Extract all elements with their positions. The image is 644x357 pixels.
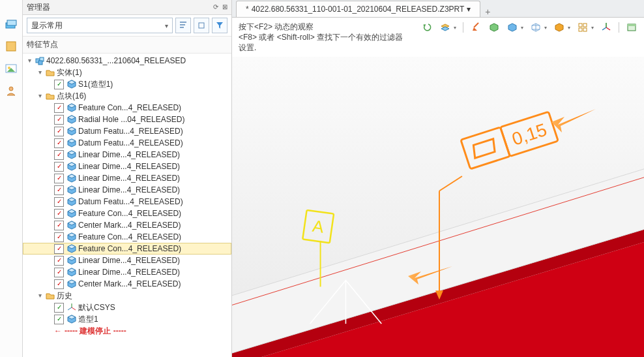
document-tab[interactable]: * 4022.680.56331_110-001-01_20210604_REL…: [236, 1, 480, 17]
checkbox[interactable]: ✓: [54, 80, 64, 89]
model-canvas[interactable]: A 0,15: [232, 57, 644, 357]
svg-line-11: [72, 307, 76, 310]
display-filter-dropdown[interactable]: 显示常用 ▾: [27, 18, 173, 33]
tree-point-item[interactable]: ✓Feature Con...4_RELEASED): [23, 243, 231, 255]
tool-layers-icon[interactable]: [439, 22, 451, 33]
tree-point-item[interactable]: ✓Linear Dime...4_RELEASED): [23, 255, 231, 266]
svg-rect-16: [579, 28, 582, 31]
tree-point-item[interactable]: ✓Datum Featu...4_RELEASED): [23, 125, 231, 137]
svg-rect-9: [38, 61, 42, 65]
tool-undo-icon[interactable]: [421, 22, 433, 33]
add-tab-button[interactable]: +: [480, 7, 495, 17]
tree-point-item[interactable]: ✓Feature Con...4_RELEASED): [23, 231, 231, 243]
expand-toggle[interactable]: ▾: [25, 55, 33, 67]
tree-point-item[interactable]: ✓Datum Featu...4_RELEASED): [23, 137, 231, 149]
svg-point-5: [9, 87, 13, 91]
rail-image-icon[interactable]: [4, 61, 18, 76]
tree-header: 特征节点: [23, 37, 231, 54]
datum-letter: A: [312, 217, 326, 236]
filter-action-2[interactable]: [194, 18, 209, 33]
tab-filename: 4022.680.56331_110-001-01_20210604_RELEA…: [252, 5, 465, 14]
tree-history-item[interactable]: ✓造型1: [23, 313, 231, 325]
checkbox[interactable]: ✓: [54, 279, 64, 289]
checkbox[interactable]: ✓: [54, 268, 64, 277]
checkbox[interactable]: ✓: [54, 150, 64, 160]
tool-views-icon[interactable]: [577, 22, 589, 33]
tool-cube-green-icon[interactable]: [488, 22, 500, 33]
panel-collapse-icon[interactable]: ⟳: [213, 0, 218, 14]
hint-text: 按下<F2> 动态的观察 <F8> 或者 <Shift-roll> 查找下一个有…: [232, 18, 415, 57]
svg-rect-15: [583, 23, 587, 27]
checkbox[interactable]: ✓: [54, 103, 64, 113]
checkbox[interactable]: ✓: [54, 221, 64, 230]
tree-solid-item[interactable]: ✓S1(造型1): [23, 78, 231, 90]
tool-axis-icon[interactable]: [600, 22, 612, 33]
tab-menu-icon[interactable]: ▾: [467, 5, 471, 14]
panel-close-icon[interactable]: ⊠: [222, 0, 227, 14]
tree-point-item[interactable]: ✓Linear Dime...4_RELEASED): [23, 172, 231, 184]
svg-rect-2: [7, 42, 16, 51]
view-toolbar: ▾ ▾ ▾ ▾ ▾: [415, 18, 644, 37]
tree-point-item[interactable]: ✓Center Mark...4_RELEASED): [23, 219, 231, 231]
tree-points[interactable]: ▾点块(16): [23, 90, 231, 102]
rail-part-icon[interactable]: [4, 17, 18, 31]
tree-model-stop[interactable]: ←----- 建模停止 -----: [23, 325, 231, 337]
pointer-arrow-canvas: [551, 109, 596, 132]
pointer-arrow-tree: [408, 266, 452, 285]
svg-line-19: [606, 27, 610, 30]
tree-point-item[interactable]: ✓Center Mark...4_RELEASED): [23, 278, 231, 290]
feature-tree[interactable]: ▾4022.680.56331_...210604_RELEASED▾实体(1)…: [23, 54, 231, 357]
checkbox[interactable]: ✓: [54, 315, 64, 324]
checkbox[interactable]: ✓: [54, 244, 64, 254]
tool-wire-cube-icon[interactable]: [530, 22, 542, 33]
tool-pencil-icon[interactable]: [470, 22, 482, 33]
tree-history-item[interactable]: ✓默认CSYS: [23, 302, 231, 313]
svg-rect-17: [583, 28, 587, 31]
svg-rect-22: [628, 24, 636, 26]
expand-toggle[interactable]: ▾: [36, 290, 44, 302]
svg-line-13: [474, 23, 478, 27]
chevron-down-icon: ▾: [165, 22, 168, 29]
svg-line-20: [602, 27, 606, 30]
expand-toggle[interactable]: ▾: [36, 90, 44, 102]
tree-history[interactable]: ▾历史: [23, 290, 231, 302]
rail-box-icon[interactable]: [4, 39, 18, 54]
tree-root-label: 4022.680.56331_...210604_RELEASED: [46, 55, 190, 67]
tool-cube-orange-icon[interactable]: [553, 22, 565, 33]
checkbox[interactable]: ✓: [54, 185, 64, 195]
tab-dirty-indicator: *: [246, 5, 249, 14]
checkbox[interactable]: ✓: [54, 174, 64, 183]
checkbox[interactable]: ✓: [54, 197, 64, 207]
checkbox[interactable]: ✓: [54, 232, 64, 242]
svg-rect-14: [579, 23, 582, 27]
checkbox[interactable]: ✓: [54, 256, 64, 266]
tree-point-item[interactable]: ✓Feature Con...4_RELEASED): [23, 102, 231, 114]
checkbox[interactable]: ✓: [54, 115, 64, 125]
tree-solids[interactable]: ▾实体(1): [23, 67, 231, 78]
filter-funnel-icon[interactable]: [212, 18, 227, 33]
panel-title-bar: 管理器 ⟳ ⊠: [23, 0, 231, 15]
tree-point-item[interactable]: ✓Linear Dime...4_RELEASED): [23, 149, 231, 161]
checkbox[interactable]: ✓: [54, 303, 64, 313]
checkbox[interactable]: ✓: [54, 138, 64, 148]
tree-point-item[interactable]: ✓Linear Dime...4_RELEASED): [23, 266, 231, 278]
expand-toggle[interactable]: ▾: [36, 67, 44, 78]
checkbox[interactable]: ✓: [54, 162, 64, 172]
panel-title-text: 管理器: [27, 0, 50, 14]
display-filter-value: 显示常用: [31, 20, 63, 31]
tree-point-item[interactable]: ✓Linear Dime...4_RELEASED): [23, 184, 231, 196]
checkbox[interactable]: ✓: [54, 209, 64, 219]
svg-rect-6: [199, 23, 204, 28]
rail-user-icon[interactable]: [4, 84, 18, 98]
tree-point-item[interactable]: ✓Datum Featu...4_RELEASED): [23, 196, 231, 208]
checkbox[interactable]: ✓: [54, 127, 64, 136]
tree-root[interactable]: ▾4022.680.56331_...210604_RELEASED: [23, 55, 231, 67]
svg-point-4: [8, 67, 10, 69]
tree-point-item[interactable]: ✓Feature Con...4_RELEASED): [23, 208, 231, 219]
tree-point-item[interactable]: ✓Radial Hole ...04_RELEASED): [23, 114, 231, 125]
tree-point-item[interactable]: ✓Linear Dime...4_RELEASED): [23, 161, 231, 172]
filter-action-1[interactable]: [175, 18, 191, 33]
tool-window-icon[interactable]: [626, 22, 637, 33]
tool-cube-blue-icon[interactable]: [506, 22, 518, 33]
svg-line-28: [439, 176, 462, 191]
